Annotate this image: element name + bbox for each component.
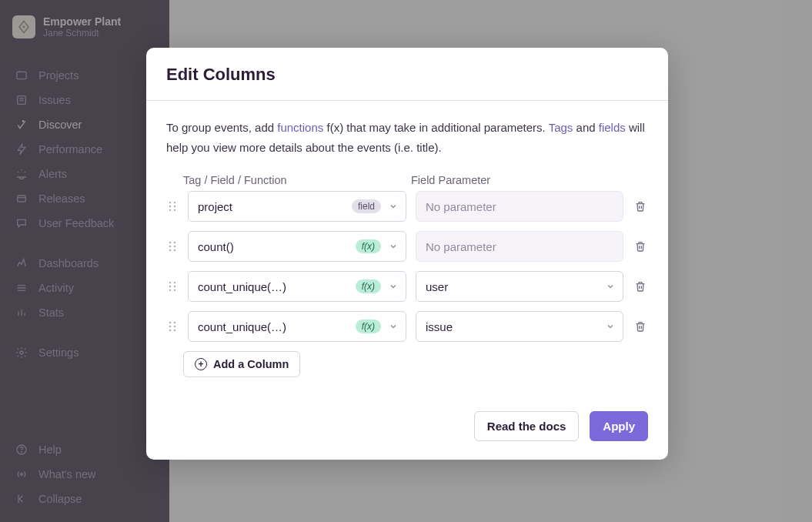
function-value: count_unique(…) xyxy=(198,320,356,333)
function-select[interactable]: count()f(x) xyxy=(188,231,406,262)
svg-point-20 xyxy=(174,249,176,252)
svg-point-19 xyxy=(169,249,172,252)
function-badge: f(x) xyxy=(356,279,381,293)
function-value: project xyxy=(198,200,352,213)
column-row: projectfieldNo parameter xyxy=(166,191,648,222)
delete-row-button[interactable] xyxy=(633,320,648,333)
function-value: count_unique(…) xyxy=(198,280,356,293)
parameter-value: user xyxy=(426,280,603,293)
function-select[interactable]: count_unique(…)f(x) xyxy=(188,311,406,342)
chevron-down-icon xyxy=(389,322,398,331)
function-badge: f(x) xyxy=(356,239,381,253)
svg-point-32 xyxy=(174,330,176,332)
drag-handle-icon[interactable] xyxy=(166,280,179,293)
svg-point-12 xyxy=(174,206,176,208)
svg-point-21 xyxy=(169,282,172,284)
chevron-down-icon xyxy=(389,202,398,211)
parameter-select: No parameter xyxy=(416,191,623,222)
svg-point-9 xyxy=(169,202,172,204)
svg-point-18 xyxy=(174,246,176,248)
svg-point-10 xyxy=(174,202,176,204)
parameter-select[interactable]: user xyxy=(416,271,623,302)
svg-point-25 xyxy=(169,289,172,292)
parameter-select[interactable]: issue xyxy=(416,311,623,342)
plus-icon: + xyxy=(195,358,207,370)
delete-row-button[interactable] xyxy=(633,240,648,253)
svg-point-27 xyxy=(169,322,172,324)
modal-intro: To group events, add functions f(x) that… xyxy=(166,118,648,157)
parameter-value: No parameter xyxy=(426,240,615,253)
svg-point-14 xyxy=(174,209,176,212)
svg-point-26 xyxy=(174,289,176,292)
chevron-down-icon xyxy=(389,242,398,251)
svg-point-17 xyxy=(169,246,172,248)
svg-point-24 xyxy=(174,286,176,288)
chevron-down-icon xyxy=(606,322,615,331)
column-header-parameter: Field Parameter xyxy=(411,174,648,186)
drag-handle-icon[interactable] xyxy=(166,240,179,253)
function-select[interactable]: projectfield xyxy=(188,191,406,222)
drag-handle-icon[interactable] xyxy=(166,200,179,212)
column-row: count()f(x)No parameter xyxy=(166,231,648,262)
apply-button[interactable]: Apply xyxy=(590,411,648,441)
svg-point-23 xyxy=(169,286,172,288)
svg-point-15 xyxy=(169,242,172,244)
svg-point-31 xyxy=(169,330,172,332)
read-docs-button[interactable]: Read the docs xyxy=(474,411,580,441)
svg-point-28 xyxy=(174,322,176,324)
svg-point-30 xyxy=(174,326,176,328)
function-badge: f(x) xyxy=(356,320,381,333)
function-value: count() xyxy=(198,240,356,253)
parameter-value: No parameter xyxy=(426,200,615,213)
delete-row-button[interactable] xyxy=(633,200,648,212)
svg-point-13 xyxy=(169,209,172,212)
svg-point-22 xyxy=(174,282,176,284)
add-column-button[interactable]: + Add a Column xyxy=(183,351,300,377)
chevron-down-icon xyxy=(606,282,615,291)
column-row: count_unique(…)f(x)user xyxy=(166,271,648,302)
add-column-label: Add a Column xyxy=(213,358,289,370)
column-header-function: Tag / Field / Function xyxy=(183,174,402,186)
functions-link[interactable]: functions xyxy=(277,121,323,134)
fields-link[interactable]: fields xyxy=(599,121,626,134)
delete-row-button[interactable] xyxy=(633,280,648,293)
edit-columns-modal: Edit Columns To group events, add functi… xyxy=(146,48,668,460)
parameter-select: No parameter xyxy=(416,231,623,262)
svg-point-11 xyxy=(169,206,172,208)
drag-handle-icon[interactable] xyxy=(166,320,179,333)
svg-point-29 xyxy=(169,326,172,328)
chevron-down-icon xyxy=(389,282,398,291)
column-row: count_unique(…)f(x)issue xyxy=(166,311,648,342)
modal-title: Edit Columns xyxy=(166,65,648,85)
tags-link[interactable]: Tags xyxy=(549,121,573,134)
parameter-value: issue xyxy=(426,320,603,333)
field-badge: field xyxy=(352,199,381,213)
function-select[interactable]: count_unique(…)f(x) xyxy=(188,271,406,302)
svg-point-16 xyxy=(174,242,176,244)
